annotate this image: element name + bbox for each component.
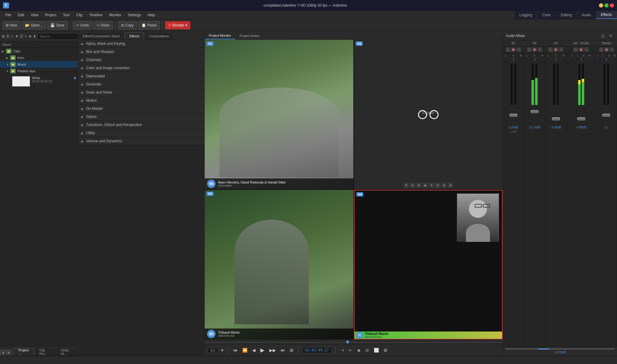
a1-edit[interactable]: ✏: [516, 47, 521, 52]
a2-edit[interactable]: ✏: [538, 47, 542, 52]
undo-button[interactable]: ↩ Undo: [73, 21, 92, 29]
v2-icon3[interactable]: ⊞: [416, 183, 422, 188]
tab-project-monitor[interactable]: Project Monitor: [205, 32, 235, 39]
pb-mark-in[interactable]: ⊣: [339, 347, 345, 353]
effect-group-deprecated-header[interactable]: ▶ Deprecated: [78, 72, 204, 80]
master-edit[interactable]: ✏: [609, 47, 614, 52]
menu-file[interactable]: File: [2, 12, 14, 18]
tab-nav-right[interactable]: ▶: [6, 350, 11, 355]
a1-mute[interactable]: 🔇: [511, 47, 516, 52]
menu-project[interactable]: Project: [42, 12, 59, 18]
render-button[interactable]: Render ▾: [165, 21, 191, 29]
redo-button[interactable]: ↪ Redo: [93, 21, 113, 29]
master-mute[interactable]: 🔇: [604, 47, 609, 52]
a3-edit[interactable]: ✏: [559, 47, 564, 52]
pb-dropdown[interactable]: ▾: [220, 347, 225, 353]
v2-icon2[interactable]: ⊕: [410, 183, 415, 188]
a2-fader[interactable]: [525, 106, 545, 125]
a3-mute[interactable]: 🔇: [553, 47, 558, 52]
effect-group-alpha-header[interactable]: ▶ Alpha, Mask and Keying: [78, 40, 204, 48]
menu-tool[interactable]: Tool: [60, 12, 73, 18]
mixer-close-btn[interactable]: ✕: [607, 32, 614, 39]
left-view-btn1[interactable]: ⊞: [2, 33, 5, 40]
a2-pan[interactable]: [530, 58, 539, 61]
tab-nav-left[interactable]: ◀: [0, 350, 5, 355]
window-controls[interactable]: [599, 3, 614, 8]
effect-group-utility-header[interactable]: ▶ Utility: [78, 129, 204, 137]
left-icon-btn4[interactable]: ⊹: [24, 33, 27, 40]
v2-icon4[interactable]: ◉: [423, 183, 428, 188]
master-fader[interactable]: [596, 106, 616, 125]
a4-headphones[interactable]: 🎧: [573, 47, 578, 52]
pb-play[interactable]: ▶: [259, 346, 266, 354]
pb-prev[interactable]: ◀: [251, 347, 257, 353]
copy-button[interactable]: ⧉ Copy: [118, 21, 137, 29]
pb-prev-frame[interactable]: ⏮: [232, 347, 239, 353]
clip-item-clips[interactable]: ▶ 📁 Clips: [0, 48, 78, 54]
a1-pan[interactable]: [509, 58, 518, 61]
pb-extract[interactable]: ◈: [356, 347, 362, 353]
pb-next-frame[interactable]: ⏭: [280, 347, 286, 353]
tab-effect-composition-stack[interactable]: Effect/Composition Stack: [78, 32, 124, 39]
tab-color[interactable]: Color: [537, 11, 556, 19]
tab-compositions[interactable]: Compositions: [144, 32, 174, 39]
effect-group-volume-header[interactable]: ▶ Volume and Dynamics: [78, 137, 204, 145]
clip-item-pasted[interactable]: ▼ 📁 Pasted clips: [0, 68, 78, 74]
open-button[interactable]: 📂 Open...: [22, 21, 46, 29]
effect-group-blur-header[interactable]: ▶ Blur and Sharpen: [78, 48, 204, 56]
close-button[interactable]: [610, 3, 614, 8]
pb-settings[interactable]: ⊙: [364, 347, 370, 353]
v2-icon5[interactable]: ✦: [429, 183, 434, 188]
a1-fader[interactable]: [504, 106, 523, 125]
zoom-level[interactable]: 1:1: [208, 347, 218, 353]
effect-group-transform-header[interactable]: ▶ Transform, Distort and Perspective: [78, 121, 204, 129]
tab-project[interactable]: Project ...: [14, 348, 34, 355]
menu-settings[interactable]: Settings: [125, 12, 144, 18]
paste-button[interactable]: 📋 Paste: [138, 21, 160, 29]
a4-edit[interactable]: ✏: [584, 47, 589, 52]
a3-pan[interactable]: [551, 58, 560, 61]
mixer-restore-btn[interactable]: ◱: [600, 32, 606, 39]
v2-icon7[interactable]: ⊞: [442, 183, 447, 188]
clip-item-intro[interactable]: ▶ 📁 Intro: [0, 54, 78, 61]
a4-pan[interactable]: [575, 58, 587, 61]
effect-group-stylize-header[interactable]: ▶ Stylize: [78, 113, 204, 121]
clip-item-white[interactable]: White 00:00:05:00 [1] ▣: [0, 74, 78, 88]
maximize-button[interactable]: [604, 3, 609, 8]
left-view-btn2[interactable]: ☰: [6, 33, 9, 40]
tab-audio[interactable]: Audio: [577, 11, 596, 19]
v2-icon1[interactable]: 👁: [404, 183, 409, 188]
a4-fader[interactable]: [567, 106, 595, 125]
effect-group-channels-header[interactable]: ▶ Channels: [78, 56, 204, 64]
master-pan[interactable]: [602, 58, 611, 61]
pb-step-back[interactable]: ⏪: [241, 347, 249, 353]
pb-fullscreen[interactable]: ⬜: [373, 347, 380, 353]
menu-edit[interactable]: Edit: [15, 12, 27, 18]
v2-icon8[interactable]: ⊕: [448, 183, 453, 188]
a2-headphones[interactable]: 🎧: [527, 47, 532, 52]
left-icon-btn5[interactable]: ★: [29, 33, 32, 40]
scrubber-thumb[interactable]: [346, 341, 349, 344]
clip-item-music[interactable]: ▼ 📁 Music: [0, 61, 78, 68]
a3-fader[interactable]: [546, 106, 566, 125]
left-icon-btn6[interactable]: ⬇: [33, 33, 36, 40]
tab-editing[interactable]: Editing: [556, 11, 577, 19]
effect-group-color-header[interactable]: ▶ Color and Image correction: [78, 64, 204, 72]
new-button[interactable]: ⊞ New: [2, 21, 20, 29]
master-headphones[interactable]: 🎧: [599, 47, 603, 52]
left-icon-btn3[interactable]: ☰: [20, 33, 23, 40]
pb-grid[interactable]: ⊞: [383, 347, 389, 353]
tab-project-notes[interactable]: Project Notes: [235, 32, 264, 39]
pb-mark-out[interactable]: ⊢: [348, 347, 354, 353]
preview-scrubber[interactable]: [205, 339, 503, 344]
effect-group-onmaster-header[interactable]: ▶ On Master: [78, 105, 204, 113]
search-input[interactable]: [37, 33, 83, 40]
menu-clip[interactable]: Clip: [73, 12, 85, 18]
a1-headphones[interactable]: 🎧: [506, 47, 510, 52]
a4-mute[interactable]: 🔇: [579, 47, 584, 52]
effect-group-motion-header[interactable]: ▶ Motion: [78, 97, 204, 104]
save-button[interactable]: 💾 Save: [47, 21, 67, 29]
tab-effects[interactable]: Effects: [125, 32, 144, 39]
effect-group-generate-header[interactable]: ▶ Generate: [78, 80, 204, 88]
tab-effects[interactable]: Effects: [596, 11, 617, 19]
